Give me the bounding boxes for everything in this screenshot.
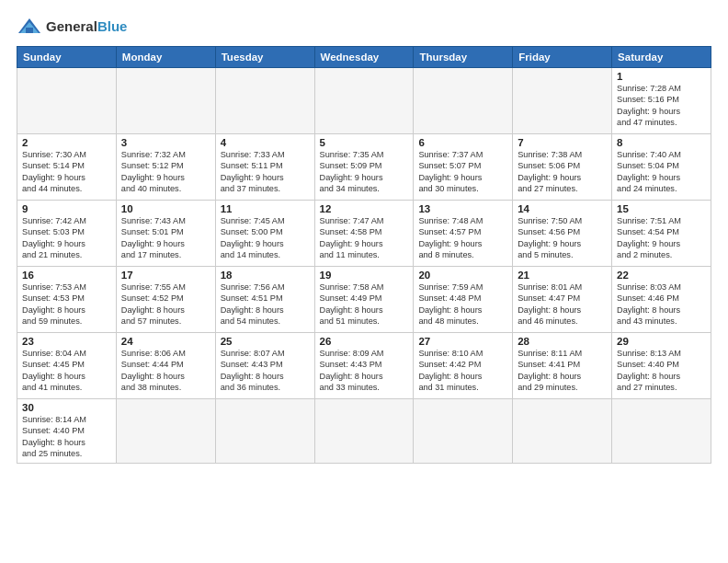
day-number: 16 [22,270,111,281]
day-info: Sunrise: 7:50 AM Sunset: 4:56 PM Dayligh… [518,215,607,261]
day-info: Sunrise: 7:28 AM Sunset: 5:16 PM Dayligh… [617,83,706,129]
calendar-cell [612,399,711,464]
day-number: 5 [320,137,409,148]
calendar-cell: 13Sunrise: 7:48 AM Sunset: 4:57 PM Dayli… [414,201,513,267]
logo-text: GeneralBlue [46,18,127,35]
weekday-header-saturday: Saturday [612,47,711,68]
day-number: 4 [221,137,310,148]
page: GeneralBlue SundayMondayTuesdayWednesday… [0,0,728,563]
day-number: 17 [121,270,210,281]
day-info: Sunrise: 8:09 AM Sunset: 4:43 PM Dayligh… [320,348,409,394]
calendar-cell: 26Sunrise: 8:09 AM Sunset: 4:43 PM Dayli… [314,333,414,399]
day-number: 8 [617,137,706,148]
day-number: 14 [518,203,607,214]
calendar-cell [215,399,314,464]
day-info: Sunrise: 7:42 AM Sunset: 5:03 PM Dayligh… [22,215,111,261]
calendar-cell [215,68,314,134]
calendar-cell: 20Sunrise: 7:59 AM Sunset: 4:48 PM Dayli… [414,267,513,333]
day-info: Sunrise: 7:43 AM Sunset: 5:01 PM Dayligh… [121,215,210,261]
calendar-cell [116,68,215,134]
calendar-cell: 4Sunrise: 7:33 AM Sunset: 5:11 PM Daylig… [215,134,314,201]
day-info: Sunrise: 7:45 AM Sunset: 5:00 PM Dayligh… [221,215,310,261]
calendar-cell: 3Sunrise: 7:32 AM Sunset: 5:12 PM Daylig… [116,134,215,201]
calendar-cell [17,68,117,134]
calendar-cell: 27Sunrise: 8:10 AM Sunset: 4:42 PM Dayli… [414,333,513,399]
day-number: 3 [121,137,210,148]
calendar-cell: 25Sunrise: 8:07 AM Sunset: 4:43 PM Dayli… [215,333,314,399]
day-number: 19 [320,270,409,281]
day-number: 9 [22,203,111,214]
calendar-cell: 24Sunrise: 8:06 AM Sunset: 4:44 PM Dayli… [116,333,215,399]
day-number: 22 [617,270,706,281]
day-number: 7 [518,137,607,148]
week-row-1: 2Sunrise: 7:30 AM Sunset: 5:14 PM Daylig… [17,134,711,201]
day-number: 2 [22,137,111,148]
calendar-table: SundayMondayTuesdayWednesdayThursdayFrid… [17,46,711,464]
weekday-header-wednesday: Wednesday [314,47,414,68]
calendar-cell: 14Sunrise: 7:50 AM Sunset: 4:56 PM Dayli… [513,201,612,267]
day-info: Sunrise: 7:47 AM Sunset: 4:58 PM Dayligh… [320,215,409,261]
day-number: 11 [221,203,310,214]
day-info: Sunrise: 7:37 AM Sunset: 5:07 PM Dayligh… [418,149,507,195]
calendar-cell [414,68,513,134]
day-number: 25 [221,336,310,347]
calendar-cell: 2Sunrise: 7:30 AM Sunset: 5:14 PM Daylig… [17,134,117,201]
day-info: Sunrise: 8:01 AM Sunset: 4:47 PM Dayligh… [518,282,607,327]
day-number: 28 [518,336,607,347]
day-number: 24 [121,336,210,347]
day-number: 13 [418,203,507,214]
day-info: Sunrise: 7:56 AM Sunset: 4:51 PM Dayligh… [221,282,310,327]
day-number: 23 [22,336,111,347]
calendar-cell: 17Sunrise: 7:55 AM Sunset: 4:52 PM Dayli… [116,267,215,333]
day-number: 27 [418,336,507,347]
weekday-header-sunday: Sunday [17,47,117,68]
week-row-4: 23Sunrise: 8:04 AM Sunset: 4:45 PM Dayli… [17,333,711,399]
day-number: 6 [418,137,507,148]
weekday-header-thursday: Thursday [414,47,513,68]
day-info: Sunrise: 7:38 AM Sunset: 5:06 PM Dayligh… [518,149,607,195]
logo: GeneralBlue [17,17,127,37]
day-info: Sunrise: 7:32 AM Sunset: 5:12 PM Dayligh… [121,149,210,195]
calendar-cell: 6Sunrise: 7:37 AM Sunset: 5:07 PM Daylig… [414,134,513,201]
week-row-5: 30Sunrise: 8:14 AM Sunset: 4:40 PM Dayli… [17,399,711,464]
day-info: Sunrise: 8:14 AM Sunset: 4:40 PM Dayligh… [22,414,111,460]
svg-rect-2 [26,28,33,33]
day-number: 12 [320,203,409,214]
day-number: 30 [22,402,111,413]
day-info: Sunrise: 8:10 AM Sunset: 4:42 PM Dayligh… [418,348,507,394]
day-info: Sunrise: 8:03 AM Sunset: 4:46 PM Dayligh… [617,282,706,327]
day-info: Sunrise: 7:55 AM Sunset: 4:52 PM Dayligh… [121,282,210,327]
day-number: 1 [617,71,706,82]
calendar-cell: 19Sunrise: 7:58 AM Sunset: 4:49 PM Dayli… [314,267,414,333]
calendar-cell: 23Sunrise: 8:04 AM Sunset: 4:45 PM Dayli… [17,333,117,399]
calendar-cell: 16Sunrise: 7:53 AM Sunset: 4:53 PM Dayli… [17,267,117,333]
calendar-cell: 28Sunrise: 8:11 AM Sunset: 4:41 PM Dayli… [513,333,612,399]
day-number: 26 [320,336,409,347]
calendar-cell: 11Sunrise: 7:45 AM Sunset: 5:00 PM Dayli… [215,201,314,267]
calendar-cell [414,399,513,464]
day-info: Sunrise: 8:06 AM Sunset: 4:44 PM Dayligh… [121,348,210,394]
calendar-cell: 7Sunrise: 7:38 AM Sunset: 5:06 PM Daylig… [513,134,612,201]
calendar-cell [116,399,215,464]
calendar-cell: 12Sunrise: 7:47 AM Sunset: 4:58 PM Dayli… [314,201,414,267]
day-info: Sunrise: 7:30 AM Sunset: 5:14 PM Dayligh… [22,149,111,195]
calendar-cell: 30Sunrise: 8:14 AM Sunset: 4:40 PM Dayli… [17,399,117,464]
day-info: Sunrise: 7:48 AM Sunset: 4:57 PM Dayligh… [418,215,507,261]
weekday-header-tuesday: Tuesday [215,47,314,68]
weekday-header-monday: Monday [116,47,215,68]
day-info: Sunrise: 7:58 AM Sunset: 4:49 PM Dayligh… [320,282,409,327]
day-number: 20 [418,270,507,281]
day-info: Sunrise: 7:33 AM Sunset: 5:11 PM Dayligh… [221,149,310,195]
calendar-cell: 9Sunrise: 7:42 AM Sunset: 5:03 PM Daylig… [17,201,117,267]
weekday-header-friday: Friday [513,47,612,68]
calendar-cell [314,68,414,134]
calendar-cell: 10Sunrise: 7:43 AM Sunset: 5:01 PM Dayli… [116,201,215,267]
logo-icon [17,17,42,37]
day-number: 21 [518,270,607,281]
day-info: Sunrise: 7:35 AM Sunset: 5:09 PM Dayligh… [320,149,409,195]
day-info: Sunrise: 7:51 AM Sunset: 4:54 PM Dayligh… [617,215,706,261]
day-info: Sunrise: 8:13 AM Sunset: 4:40 PM Dayligh… [617,348,706,394]
calendar-cell: 22Sunrise: 8:03 AM Sunset: 4:46 PM Dayli… [612,267,711,333]
week-row-0: 1Sunrise: 7:28 AM Sunset: 5:16 PM Daylig… [17,68,711,134]
week-row-2: 9Sunrise: 7:42 AM Sunset: 5:03 PM Daylig… [17,201,711,267]
